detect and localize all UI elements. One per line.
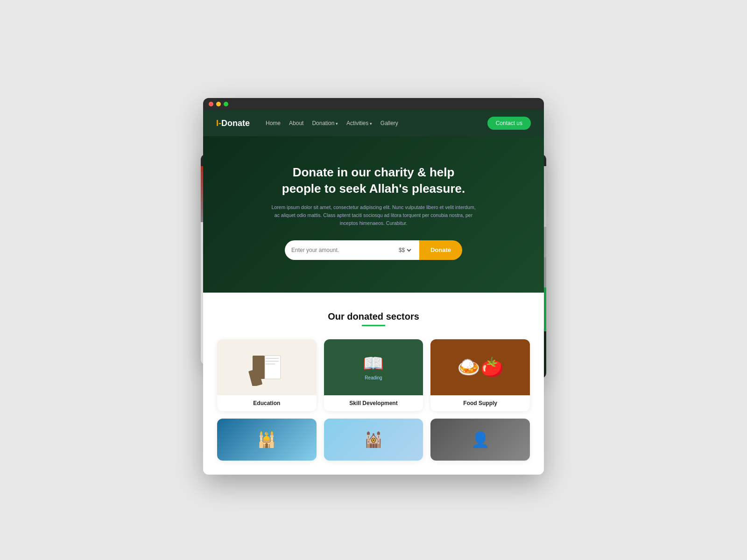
skill-icon: 📖 Reading [324, 339, 423, 395]
education-image [217, 339, 317, 395]
donate-button[interactable]: Donate [419, 240, 462, 260]
book-svg [248, 349, 285, 386]
browser-chrome-main [203, 98, 544, 110]
sectors-grid: Education 📖 Reading Skill Development [217, 339, 530, 411]
sectors-underline [362, 325, 385, 326]
sector-card-mosque[interactable]: 🕌 [217, 419, 317, 461]
food-plate-icon: 🍛🍅 [430, 339, 530, 395]
sector-card-minaret[interactable]: 🕍 [324, 419, 423, 461]
logo: I-Donate [216, 119, 250, 128]
donate-form: $$ €€ ££ Donate [285, 240, 462, 260]
nav-about[interactable]: About [289, 120, 303, 126]
dot-red-main [209, 102, 213, 106]
hero-section: Donate in our charity & help people to s… [203, 136, 544, 293]
logo-suffix: Donate [221, 119, 250, 128]
nav-home[interactable]: Home [266, 120, 281, 126]
currency-select[interactable]: $$ €€ ££ [397, 246, 413, 254]
sector-card-education[interactable]: Education [217, 339, 317, 411]
skill-label: Skill Development [324, 395, 423, 411]
contact-button[interactable]: Contact us [487, 117, 531, 130]
dot-yellow-main [216, 102, 221, 106]
nav-donation[interactable]: Donation [312, 120, 338, 126]
sectors-row2: 🕌 🕍 👤 [217, 419, 530, 461]
mosque-icon: 🕌 [217, 419, 317, 461]
minaret-icon: 🕍 [324, 419, 423, 461]
food-label: Food Supply [430, 395, 530, 411]
sector-card-person[interactable]: 👤 [430, 419, 530, 461]
hero-title: Donate in our charity & help people to s… [222, 164, 525, 197]
dot-green-main [224, 102, 228, 106]
skill-image: 📖 Reading [324, 339, 423, 395]
hero-description: Lorem ipsum dolor sit amet, consectetur … [271, 203, 476, 227]
nav-gallery[interactable]: Gallery [381, 120, 398, 126]
sectors-section: Our donated sectors [203, 293, 544, 475]
svg-rect-4 [266, 364, 275, 364]
amount-input-wrap: $$ €€ ££ [285, 240, 419, 260]
main-browser: I-Donate Home About Donation Activities … [203, 98, 544, 475]
svg-rect-1 [265, 356, 281, 379]
svg-rect-3 [266, 361, 279, 362]
nav-links: Home About Donation Activities Gallery [266, 120, 476, 126]
food-image: 🍛🍅 [430, 339, 530, 395]
navbar: I-Donate Home About Donation Activities … [203, 110, 544, 136]
nav-activities[interactable]: Activities [346, 120, 372, 126]
sector-card-food[interactable]: 🍛🍅 Food Supply [430, 339, 530, 411]
sector-card-skill[interactable]: 📖 Reading Skill Development [324, 339, 423, 411]
scene: 🕌 Mosque All time total donations Week-1… [163, 70, 584, 490]
sectors-title: Our donated sectors [217, 311, 530, 322]
svg-rect-2 [266, 358, 279, 359]
logo-prefix: I- [216, 119, 221, 128]
person-icon: 👤 [430, 419, 530, 461]
amount-input[interactable] [291, 247, 397, 253]
education-label: Education [217, 395, 317, 411]
